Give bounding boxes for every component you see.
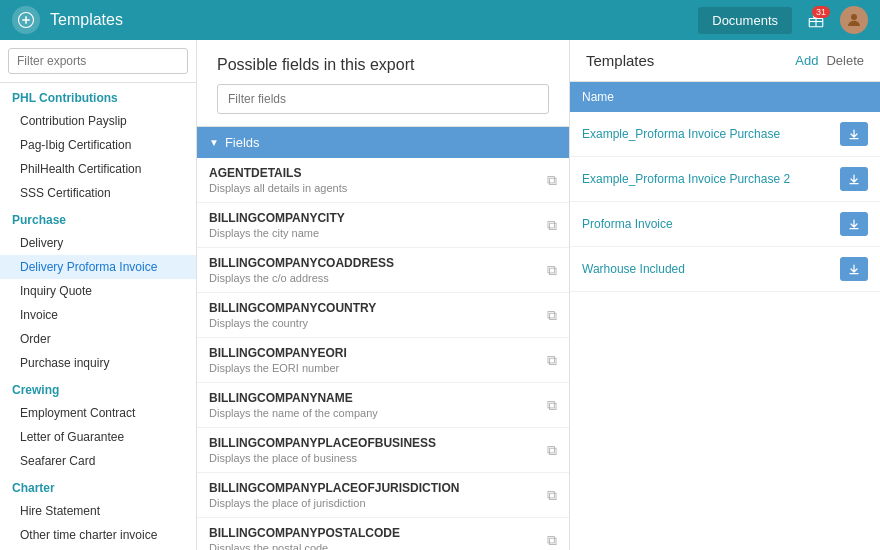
template-row[interactable]: Proforma Invoice <box>570 202 880 247</box>
sidebar-section-title: Crewing <box>0 375 196 401</box>
copy-icon[interactable]: ⧉ <box>547 172 557 189</box>
right-header-actions: Add Delete <box>795 53 864 68</box>
filter-fields-input[interactable] <box>217 84 549 114</box>
field-info: BILLINGCOMPANYCOADDRESS Displays the c/o… <box>209 256 394 284</box>
copy-icon[interactable]: ⧉ <box>547 487 557 504</box>
field-name: AGENTDETAILS <box>209 166 347 180</box>
copy-icon[interactable]: ⧉ <box>547 532 557 549</box>
template-name: Example_Proforma Invoice Purchase 2 <box>582 172 790 186</box>
field-row: BILLINGCOMPANYPLACEOFJURISDICTION Displa… <box>197 473 569 518</box>
copy-icon[interactable]: ⧉ <box>547 352 557 369</box>
field-info: BILLINGCOMPANYPLACEOFBUSINESS Displays t… <box>209 436 436 464</box>
add-template-button[interactable]: Add <box>795 53 818 68</box>
field-row: BILLINGCOMPANYNAME Displays the name of … <box>197 383 569 428</box>
right-heading: Templates <box>586 52 654 69</box>
template-row[interactable]: Warhouse Included <box>570 247 880 292</box>
sidebar-content: PHL ContributionsContribution PayslipPag… <box>0 83 196 550</box>
field-name: BILLINGCOMPANYCOADDRESS <box>209 256 394 270</box>
field-desc: Displays the postal code <box>209 542 400 550</box>
fields-list: AGENTDETAILS Displays all details in age… <box>197 158 569 550</box>
sidebar-section-title: PHL Contributions <box>0 83 196 109</box>
templates-table-header: Name <box>570 82 880 112</box>
sidebar-item[interactable]: Employment Contract <box>0 401 196 425</box>
templates-table: Name Example_Proforma Invoice Purchase E… <box>570 82 880 550</box>
field-name: BILLINGCOMPANYNAME <box>209 391 378 405</box>
field-row: AGENTDETAILS Displays all details in age… <box>197 158 569 203</box>
right-panel: Templates Add Delete Name Example_Profor… <box>570 40 880 550</box>
center-panel: Possible fields in this export ▼ Fields … <box>197 40 570 550</box>
copy-icon[interactable]: ⧉ <box>547 442 557 459</box>
field-desc: Displays the EORI number <box>209 362 347 374</box>
sidebar-filter-container <box>0 40 196 83</box>
field-info: BILLINGCOMPANYEORI Displays the EORI num… <box>209 346 347 374</box>
field-row: BILLINGCOMPANYCOUNTRY Displays the count… <box>197 293 569 338</box>
field-desc: Displays all details in agents <box>209 182 347 194</box>
field-info: AGENTDETAILS Displays all details in age… <box>209 166 347 194</box>
sidebar-section-title: Purchase <box>0 205 196 231</box>
template-name: Proforma Invoice <box>582 217 673 231</box>
download-template-button[interactable] <box>840 167 868 191</box>
template-row[interactable]: Example_Proforma Invoice Purchase 2 <box>570 157 880 202</box>
sidebar-item[interactable]: SSS Certification <box>0 181 196 205</box>
sidebar-item[interactable]: Letter of Guarantee <box>0 425 196 449</box>
app-logo <box>12 6 40 34</box>
fields-section: ▼ Fields AGENTDETAILS Displays all detai… <box>197 127 569 550</box>
download-template-button[interactable] <box>840 212 868 236</box>
top-nav: Templates Documents 31 <box>0 0 880 40</box>
right-header: Templates Add Delete <box>570 40 880 82</box>
field-info: BILLINGCOMPANYCOUNTRY Displays the count… <box>209 301 376 329</box>
center-header: Possible fields in this export <box>197 40 569 127</box>
sidebar-item[interactable]: Hire Statement <box>0 499 196 523</box>
sidebar-item[interactable]: Purchase inquiry <box>0 351 196 375</box>
field-desc: Displays the c/o address <box>209 272 394 284</box>
copy-icon[interactable]: ⧉ <box>547 397 557 414</box>
field-info: BILLINGCOMPANYPOSTALCODE Displays the po… <box>209 526 400 550</box>
download-template-button[interactable] <box>840 122 868 146</box>
delete-template-button[interactable]: Delete <box>826 53 864 68</box>
field-name: BILLINGCOMPANYPLACEOFJURISDICTION <box>209 481 459 495</box>
app-title: Templates <box>50 11 698 29</box>
sidebar-item[interactable]: Other time charter invoice <box>0 523 196 547</box>
sidebar-item[interactable]: Invoice <box>0 303 196 327</box>
sidebar-item[interactable]: Pag-Ibig Certification <box>0 133 196 157</box>
nav-right: Documents 31 <box>698 4 868 36</box>
user-avatar[interactable] <box>840 6 868 34</box>
documents-button[interactable]: Documents <box>698 7 792 34</box>
field-name: BILLINGCOMPANYPOSTALCODE <box>209 526 400 540</box>
field-desc: Displays the country <box>209 317 376 329</box>
sidebar-item[interactable]: Order <box>0 327 196 351</box>
field-desc: Displays the place of jurisdiction <box>209 497 459 509</box>
download-template-button[interactable] <box>840 257 868 281</box>
sidebar-item[interactable]: PhilHealth Certification <box>0 157 196 181</box>
sidebar-item[interactable]: Contribution Payslip <box>0 109 196 133</box>
gift-icon-button[interactable]: 31 <box>800 4 832 36</box>
templates-list: Example_Proforma Invoice Purchase Exampl… <box>570 112 880 292</box>
filter-exports-input[interactable] <box>8 48 188 74</box>
main-layout: PHL ContributionsContribution PayslipPag… <box>0 40 880 550</box>
center-heading: Possible fields in this export <box>217 56 549 74</box>
field-info: BILLINGCOMPANYPLACEOFJURISDICTION Displa… <box>209 481 459 509</box>
field-row: BILLINGCOMPANYCITY Displays the city nam… <box>197 203 569 248</box>
field-row: BILLINGCOMPANYEORI Displays the EORI num… <box>197 338 569 383</box>
template-name: Example_Proforma Invoice Purchase <box>582 127 780 141</box>
field-name: BILLINGCOMPANYCITY <box>209 211 345 225</box>
sidebar-item[interactable]: Inquiry Quote <box>0 279 196 303</box>
sidebar-item[interactable]: Seafarer Card <box>0 449 196 473</box>
copy-icon[interactable]: ⧉ <box>547 262 557 279</box>
template-name: Warhouse Included <box>582 262 685 276</box>
field-name: BILLINGCOMPANYEORI <box>209 346 347 360</box>
copy-icon[interactable]: ⧉ <box>547 217 557 234</box>
sidebar-item[interactable]: Delivery <box>0 231 196 255</box>
copy-icon[interactable]: ⧉ <box>547 307 557 324</box>
notification-badge: 31 <box>812 6 830 18</box>
sidebar-item[interactable]: Delivery Proforma Invoice <box>0 255 196 279</box>
field-info: BILLINGCOMPANYCITY Displays the city nam… <box>209 211 345 239</box>
field-desc: Displays the city name <box>209 227 345 239</box>
field-desc: Displays the place of business <box>209 452 436 464</box>
template-row[interactable]: Example_Proforma Invoice Purchase <box>570 112 880 157</box>
field-name: BILLINGCOMPANYCOUNTRY <box>209 301 376 315</box>
svg-point-2 <box>851 14 857 20</box>
field-info: BILLINGCOMPANYNAME Displays the name of … <box>209 391 378 419</box>
field-name: BILLINGCOMPANYPLACEOFBUSINESS <box>209 436 436 450</box>
fields-header[interactable]: ▼ Fields <box>197 127 569 158</box>
